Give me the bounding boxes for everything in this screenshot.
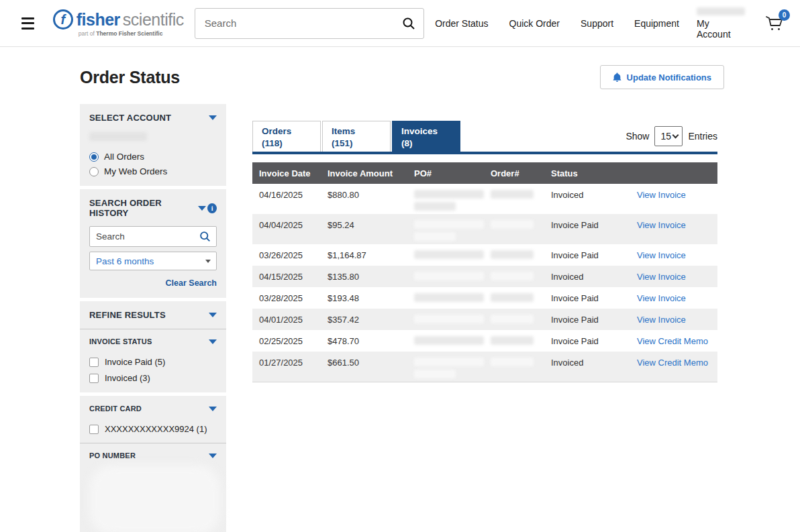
tab-underline — [252, 152, 717, 154]
view-invoice-link[interactable]: View Invoice — [637, 293, 686, 303]
view-invoice-link[interactable]: View Invoice — [637, 190, 686, 200]
view-credit-memo-link[interactable]: View Credit Memo — [637, 358, 708, 368]
logo-brand-bold: fisher — [77, 10, 120, 30]
col-po: PO# — [407, 168, 484, 178]
status-cell: Invoice Paid — [544, 336, 630, 349]
po-cell-redacted — [407, 293, 484, 306]
nav-order-status[interactable]: Order Status — [435, 18, 488, 29]
logo-tagline: part of Thermo Fisher Scientific — [53, 30, 184, 37]
info-icon[interactable]: i — [207, 203, 217, 213]
invoice-date-cell: 01/27/2025 — [252, 358, 321, 379]
update-notifications-label: Update Notifications — [627, 72, 711, 83]
invoice-amount-cell: $357.42 — [321, 315, 407, 327]
invoice-date-cell: 03/28/2025 — [252, 293, 321, 306]
invoice-date-cell: 04/15/2025 — [252, 272, 321, 284]
account-number-redacted — [89, 132, 147, 141]
cart-count-badge: 0 — [779, 9, 790, 21]
status-cell: Invoice Paid — [544, 220, 630, 242]
invoice-amount-cell: $880.80 — [321, 190, 407, 211]
radio-all-orders-label: All Orders — [104, 152, 144, 162]
checkbox-icon[interactable] — [89, 374, 99, 383]
radio-my-web-orders-label: My Web Orders — [104, 166, 167, 176]
filter-invoiced[interactable]: Invoiced (3) — [89, 373, 217, 383]
update-notifications-button[interactable]: Update Notifications — [600, 65, 724, 89]
view-invoice-link[interactable]: View Invoice — [637, 250, 686, 260]
view-invoice-link[interactable]: View Invoice — [637, 220, 686, 230]
cart-button[interactable]: 0 — [765, 15, 784, 32]
global-search-input[interactable] — [205, 17, 402, 29]
col-invoice-date: Invoice Date — [252, 168, 321, 178]
po-number-title: PO NUMBER — [89, 451, 136, 460]
order-cell-redacted — [484, 315, 544, 327]
table-row: 04/01/2025 $357.42 Invoice Paid View Inv… — [252, 309, 717, 330]
select-account-header[interactable]: SELECT ACCOUNT — [89, 113, 217, 123]
tab-invoices[interactable]: Invoices(8) — [392, 121, 460, 152]
checkbox-icon[interactable] — [89, 425, 99, 434]
entries-per-page-select[interactable]: 15 — [654, 126, 683, 146]
search-icon[interactable] — [199, 231, 211, 242]
po-cell-redacted — [407, 220, 484, 242]
invoice-date-cell: 04/04/2025 — [252, 220, 321, 242]
date-range-select[interactable]: Past 6 months — [89, 252, 217, 270]
invoices-table-header: Invoice Date Invoice Amount PO# Order# S… — [252, 162, 717, 184]
invoice-date-cell: 04/01/2025 — [252, 315, 321, 327]
clear-search-link[interactable]: Clear Search — [166, 278, 217, 288]
chevron-down-icon — [209, 454, 217, 458]
view-credit-memo-link[interactable]: View Credit Memo — [637, 336, 708, 346]
radio-button-icon[interactable] — [89, 167, 99, 176]
status-cell: Invoiced — [544, 190, 630, 211]
view-invoice-link[interactable]: View Invoice — [637, 315, 686, 325]
select-account-section: SELECT ACCOUNT All Orders My Web Orders — [80, 104, 226, 186]
my-account-menu[interactable]: My Account — [697, 7, 745, 40]
po-cell-redacted — [407, 315, 484, 327]
fisher-scientific-logo[interactable]: f fisher scientific part of Thermo Fishe… — [53, 9, 184, 37]
order-history-search-input[interactable] — [96, 231, 199, 242]
table-row: 01/27/2025 $661.50 Invoiced View Credit … — [252, 352, 717, 382]
filter-credit-card[interactable]: XXXXXXXXXXXX9924 (1) — [89, 424, 217, 434]
credit-card-header[interactable]: CREDIT CARD — [89, 405, 217, 413]
tab-orders[interactable]: Orders(118) — [252, 121, 321, 152]
order-history-search-box — [89, 226, 217, 247]
nav-quick-order[interactable]: Quick Order — [509, 18, 560, 29]
radio-all-orders[interactable]: All Orders — [89, 152, 217, 162]
invoices-table: Invoice Date Invoice Amount PO# Order# S… — [252, 162, 717, 382]
global-search-box — [195, 8, 424, 39]
nav-support[interactable]: Support — [581, 18, 613, 29]
search-order-history-header[interactable]: SEARCH ORDER HISTORY i — [89, 198, 217, 218]
checkbox-icon[interactable] — [89, 358, 99, 367]
table-row: 04/04/2025 $95.24 Invoice Paid View Invo… — [252, 214, 717, 244]
chevron-down-icon — [209, 115, 217, 120]
hamburger-menu-icon[interactable] — [21, 17, 34, 30]
col-status: Status — [544, 168, 630, 178]
view-invoice-link[interactable]: View Invoice — [637, 272, 686, 282]
invoice-date-cell: 03/26/2025 — [252, 250, 321, 263]
show-entries-control: Show 15 Entries — [626, 126, 717, 146]
po-cell-redacted — [407, 250, 484, 263]
po-cell-redacted — [407, 190, 484, 211]
radio-button-icon[interactable] — [89, 152, 99, 162]
invoice-amount-cell: $95.24 — [321, 220, 407, 242]
invoices-table-body: 04/16/2025 $880.80 Invoiced View Invoice… — [252, 184, 717, 382]
account-name-redacted — [697, 7, 745, 15]
credit-card-title: CREDIT CARD — [89, 405, 142, 413]
refine-results-header[interactable]: REFINE RESULTS — [89, 310, 217, 320]
po-number-header[interactable]: PO NUMBER — [89, 451, 217, 460]
filter-invoice-paid[interactable]: Invoice Paid (5) — [89, 357, 217, 367]
invoice-status-header[interactable]: INVOICE STATUS — [89, 337, 217, 345]
status-cell: Invoice Paid — [544, 250, 630, 263]
table-row: 03/26/2025 $1,164.87 Invoice Paid View I… — [252, 244, 717, 266]
table-row: 03/28/2025 $193.48 Invoice Paid View Inv… — [252, 287, 717, 309]
top-header: f fisher scientific part of Thermo Fishe… — [0, 0, 800, 47]
table-row: 02/25/2025 $478.70 Invoice Paid View Cre… — [252, 330, 717, 352]
po-number-list-redacted — [89, 465, 221, 532]
filters-sidebar: SELECT ACCOUNT All Orders My Web Orders … — [80, 104, 226, 532]
table-row: 04/16/2025 $880.80 Invoiced View Invoice — [252, 184, 717, 214]
col-invoice-amount: Invoice Amount — [321, 168, 407, 178]
search-icon[interactable] — [402, 17, 415, 30]
radio-my-web-orders[interactable]: My Web Orders — [89, 166, 217, 176]
tab-items[interactable]: Items(151) — [322, 121, 391, 152]
logo-brand-light: scientific — [123, 10, 184, 30]
invoice-amount-cell: $1,164.87 — [321, 250, 407, 263]
nav-equipment[interactable]: Equipment — [634, 18, 679, 29]
status-cell: Invoice Paid — [544, 315, 630, 327]
